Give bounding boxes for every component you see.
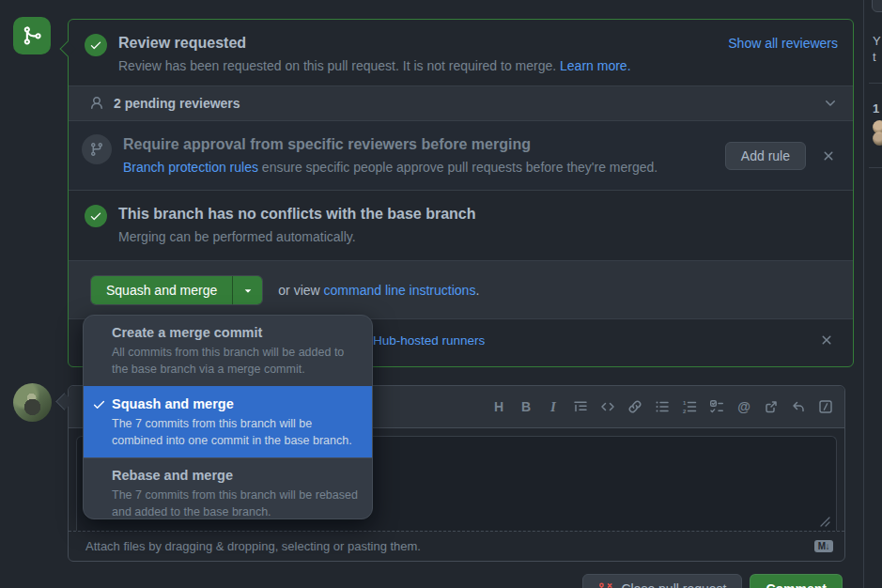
dismiss-protection-icon[interactable] (819, 147, 838, 165)
git-branch-icon (82, 134, 112, 164)
close-pull-request-button[interactable]: Close pull request (582, 574, 742, 588)
pull-request-closed-icon (598, 581, 613, 588)
unordered-list-icon[interactable] (655, 399, 670, 414)
no-conflicts-description: Merging can be performed automatically. (118, 227, 476, 246)
reply-icon[interactable] (791, 399, 806, 414)
svg-text:2: 2 (683, 409, 687, 414)
check-icon (92, 397, 106, 411)
squash-and-merge-button[interactable]: Squash and merge (91, 276, 232, 304)
sidebar-divider-line (869, 83, 882, 84)
learn-more-link[interactable]: Learn more. (560, 58, 630, 73)
menu-item-description: The 7 commits from this branch will be r… (112, 487, 361, 519)
task-list-icon[interactable] (709, 399, 724, 414)
sidebar-text-fragment: t (873, 50, 876, 64)
code-icon[interactable] (600, 399, 615, 414)
check-circle-icon (85, 205, 107, 227)
menu-item-squash-and-merge[interactable]: Squash and merge The 7 commits from this… (84, 386, 372, 457)
menu-item-rebase-and-merge[interactable]: Rebase and merge The 7 commits from this… (84, 457, 372, 519)
branch-protection-section: Require approval from specific reviewers… (69, 121, 853, 191)
sidebar-text-fragment: Y (873, 34, 881, 48)
dismiss-notice-icon[interactable] (817, 331, 836, 349)
menu-item-create-merge-commit[interactable]: Create a merge commit All commits from t… (84, 316, 372, 386)
resize-grip-icon[interactable] (820, 517, 830, 527)
menu-item-title: Create a merge commit (112, 324, 361, 342)
link-icon[interactable] (627, 399, 642, 414)
italic-icon[interactable]: I (546, 399, 561, 414)
attach-files-row[interactable]: Attach files by dragging & dropping, sel… (69, 531, 844, 561)
close-pull-request-label: Close pull request (621, 581, 726, 588)
menu-item-description: The 7 commits from this branch will be c… (112, 415, 361, 449)
sidebar-cropped-control (872, 0, 882, 12)
menu-item-title: Squash and merge (112, 395, 361, 413)
review-requested-title: Review requested (118, 34, 728, 53)
merge-options-dropdown: Create a merge commit All commits from t… (83, 315, 373, 519)
menu-item-description: All commits from this branch will be add… (112, 344, 361, 378)
comment-actions-row: Close pull request Comment (0, 574, 854, 588)
user-avatar (13, 383, 52, 422)
period-text: . (475, 283, 479, 298)
quote-icon[interactable] (573, 399, 588, 414)
or-view-text: or view (278, 283, 323, 298)
mention-icon[interactable]: @ (736, 399, 751, 414)
review-requested-section: Review requested Review has been request… (69, 20, 853, 85)
no-conflicts-title: This branch has no conflicts with the ba… (118, 205, 476, 224)
git-merge-badge (13, 17, 51, 54)
pending-reviewers-row[interactable]: 2 pending reviewers (69, 85, 853, 121)
no-conflicts-section: This branch has no conflicts with the ba… (69, 191, 853, 261)
check-circle-icon (85, 34, 107, 56)
merge-action-bar: Squash and merge or view command line in… (69, 261, 853, 319)
markdown-icon[interactable]: M↓ (814, 540, 833, 552)
bold-icon[interactable]: B (518, 399, 534, 414)
branch-protection-rules-link[interactable]: Branch protection rules (123, 160, 258, 175)
branch-protection-description: ensure specific people approve pull requ… (258, 160, 658, 175)
sidebar-divider (863, 0, 864, 588)
cross-reference-icon[interactable] (764, 399, 779, 414)
sidebar-sliver: Y t 1 (869, 0, 882, 588)
person-icon (89, 96, 104, 111)
svg-text:1: 1 (683, 400, 687, 406)
chevron-down-icon[interactable] (823, 96, 838, 111)
sidebar-divider-line (869, 167, 882, 168)
git-merge-icon (22, 25, 42, 46)
markdown-toolbar: H B I 12 @ (491, 399, 833, 414)
reviewer-avatar (873, 132, 882, 146)
command-line-instructions-link[interactable]: command line instructions (324, 283, 476, 298)
review-requested-description: Review has been requested on this pull r… (118, 58, 560, 73)
comment-button[interactable]: Comment (750, 574, 843, 588)
heading-icon[interactable]: H (491, 399, 506, 414)
menu-item-title: Rebase and merge (112, 467, 361, 485)
merge-button-group: Squash and merge (90, 275, 263, 305)
attach-files-hint: Attach files by dragging & dropping, sel… (85, 539, 814, 553)
slash-command-icon[interactable] (818, 399, 833, 414)
show-all-reviewers-link[interactable]: Show all reviewers (728, 36, 838, 85)
merge-options-caret-button[interactable] (232, 276, 262, 304)
pending-reviewers-label: 2 pending reviewers (114, 96, 823, 111)
ordered-list-icon[interactable]: 12 (682, 399, 697, 414)
sidebar-text-fragment: 1 (873, 101, 879, 116)
add-rule-button[interactable]: Add rule (725, 142, 806, 170)
hosted-runners-link[interactable]: Hub-hosted runners (373, 333, 485, 348)
branch-protection-title: Require approval from specific reviewers… (123, 135, 714, 154)
